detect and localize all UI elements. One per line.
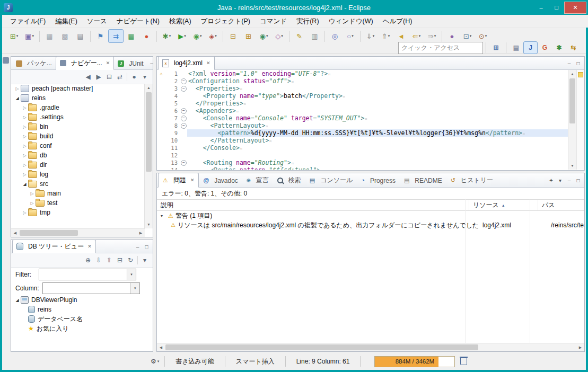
navigator-item-11[interactable]: ▷main	[12, 189, 144, 198]
line-number[interactable]: 14	[165, 166, 180, 170]
debug-perspective-button[interactable]: ✱	[552, 41, 566, 54]
pin-button[interactable]: ✦	[547, 178, 556, 183]
scroll-down-icon[interactable]: ▼	[145, 220, 153, 228]
external-tools-button[interactable]: ◈▾	[205, 29, 221, 43]
customize-view-button[interactable]: ●	[129, 72, 139, 82]
minimize-view-icon[interactable]: –	[565, 178, 574, 183]
quick-access-input[interactable]	[398, 42, 483, 54]
editor-line-5[interactable]: 5 </Properties>¤	[157, 100, 568, 107]
line-number[interactable]: 6	[165, 107, 180, 114]
editor-line-6[interactable]: 6− <Appenders>¤	[157, 107, 568, 114]
scroll-up-icon[interactable]: ▲	[145, 84, 153, 92]
navigator-item-13[interactable]: ▷tmp	[12, 208, 144, 217]
navigator-item-5[interactable]: ▷build	[12, 131, 144, 141]
editor-line-10[interactable]: 10 </PatternLayout>¤	[157, 137, 568, 144]
line-number[interactable]: 3	[165, 85, 180, 92]
bottom-tab-3[interactable]: 検索	[273, 174, 305, 187]
scrollbar-thumb[interactable]	[569, 78, 575, 123]
db-tree-item-1[interactable]: reins	[12, 305, 152, 314]
line-number[interactable]: 1	[165, 70, 180, 77]
bottom-tab-6[interactable]: ▤README	[400, 174, 446, 187]
navigator-item-8[interactable]: ▷dir	[12, 160, 144, 170]
editor-line-8[interactable]: 8− <PatternLayout>¤	[157, 122, 568, 129]
next-annotation-button[interactable]: ⇓▾	[363, 29, 378, 43]
show-grid-button[interactable]: ▦	[124, 29, 139, 43]
import-button[interactable]: ⇩	[93, 255, 104, 265]
chevron-down-icon[interactable]: ▾	[130, 283, 139, 294]
line-number[interactable]: 11	[165, 144, 180, 152]
open-task-button[interactable]: ⚑	[93, 29, 108, 43]
column-header-0[interactable]: 説明	[157, 200, 469, 210]
fold-collapse-icon[interactable]: −	[181, 116, 187, 121]
collapse-arrow-icon[interactable]: ▷	[21, 115, 28, 120]
bottom-tab-5[interactable]: ◔Progress	[357, 174, 400, 187]
prev-annotation-button[interactable]: ⇑▾	[378, 29, 393, 43]
fold-collapse-icon[interactable]: −	[181, 123, 187, 129]
fold-collapse-icon[interactable]: −	[181, 160, 187, 166]
garbage-collect-icon[interactable]	[460, 358, 467, 365]
save-all-button[interactable]: ▩	[57, 29, 73, 43]
problems-item-row[interactable]: ⚠ リソースは src/main/resources/log4j2.xml の複…	[157, 220, 584, 230]
minimize-view-icon[interactable]: –	[565, 60, 574, 66]
menu-item-8[interactable]: ウィンドウ(W)	[324, 16, 378, 27]
tab-db-tree-view[interactable]: DB ツリー・ビュー ✕	[12, 240, 96, 253]
fold-collapse-icon[interactable]: −	[181, 78, 187, 84]
close-button[interactable]: ✕	[564, 2, 586, 14]
build-all-button[interactable]: ⇉	[108, 29, 124, 43]
save-button[interactable]: ▦	[42, 29, 57, 43]
editor-line-12[interactable]: 12	[157, 152, 568, 159]
java-perspective-button[interactable]: J	[523, 41, 538, 54]
bottom-tab-0[interactable]: ⚠問題✕	[158, 173, 199, 188]
collapse-arrow-icon[interactable]: ▷	[21, 105, 28, 110]
new-class-button[interactable]: ◉▾	[256, 29, 271, 43]
maximize-view-icon[interactable]: □	[142, 244, 151, 250]
annotations-button[interactable]: ▥	[307, 29, 322, 43]
search-button[interactable]: ○▾	[343, 29, 358, 43]
refresh-button[interactable]: ↻	[125, 255, 136, 265]
editor-tab-log4j2[interactable]: x log4j2.xml ✕	[158, 56, 215, 70]
restore-view-icon[interactable]	[3, 57, 9, 64]
new-package-button[interactable]: ⊞	[241, 29, 256, 43]
mark-occurrences-button[interactable]: ✎	[292, 29, 307, 43]
view-menu-button[interactable]: ▾	[556, 178, 565, 183]
editor-line-1[interactable]: ⚠1<?xml version="1.0" encoding="UTF-8"?>…	[157, 70, 568, 77]
bottom-tab-4[interactable]: ▤コンソール	[305, 174, 357, 187]
scroll-right-icon[interactable]: ▶	[576, 343, 584, 351]
navigator-horizontal-scrollbar[interactable]: ◀ ▶	[11, 228, 145, 237]
back-button[interactable]: ⇐▾	[409, 29, 424, 43]
collapse-arrow-icon[interactable]: ▷	[29, 201, 36, 206]
scroll-left-icon[interactable]: ◀	[157, 343, 165, 351]
navigator-item-1[interactable]: ◢reins	[12, 93, 144, 103]
record-button[interactable]: ●	[139, 29, 154, 43]
menu-item-7[interactable]: 実行(R)	[292, 16, 323, 27]
navigator-item-2[interactable]: ▷.gradle	[12, 103, 144, 112]
editor-line-2[interactable]: 2−<Configuration status="off">¤	[157, 77, 568, 85]
link-with-editor-button[interactable]: ⇄	[115, 72, 125, 82]
bottom-tab-1[interactable]: @Javadoc	[199, 174, 242, 187]
editor-line-3[interactable]: 3− <Properties>¤	[157, 85, 568, 92]
back-button[interactable]: ◀	[83, 72, 93, 82]
minimize-view-icon[interactable]: –	[147, 60, 156, 66]
db-tree-item-0[interactable]: ◢DBViewerPlugin	[12, 295, 152, 305]
line-number[interactable]: 8	[165, 122, 180, 129]
attach-debugger-button[interactable]: ●	[444, 29, 460, 43]
close-icon[interactable]: ✕	[190, 178, 195, 183]
new-java-project-button[interactable]: ⊟	[225, 29, 241, 43]
navigator-item-9[interactable]: ▷log	[12, 170, 144, 179]
line-number[interactable]: 13	[165, 159, 180, 166]
profile-button[interactable]: ⊙▾	[475, 29, 490, 43]
problems-horizontal-scrollbar[interactable]: ◀ ▶	[157, 343, 584, 351]
editor-line-13[interactable]: 13− <Routing name="Routing">¤	[157, 159, 568, 166]
line-number[interactable]: 12	[165, 152, 180, 159]
print-button[interactable]: ▤	[73, 29, 88, 43]
maximize-view-icon[interactable]: □	[574, 60, 583, 66]
line-number[interactable]: 2	[165, 77, 180, 85]
navigator-item-7[interactable]: ▷db	[12, 150, 144, 160]
close-icon[interactable]: ✕	[106, 60, 110, 66]
column-header-2[interactable]: パス	[538, 200, 584, 210]
scroll-down-icon[interactable]: ▼	[568, 162, 576, 170]
menu-item-5[interactable]: プロジェクト(P)	[196, 16, 255, 27]
line-number[interactable]: 7	[165, 114, 180, 122]
collapse-arrow-icon[interactable]: ▷	[21, 125, 28, 129]
scroll-left-icon[interactable]: ◀	[11, 229, 19, 237]
